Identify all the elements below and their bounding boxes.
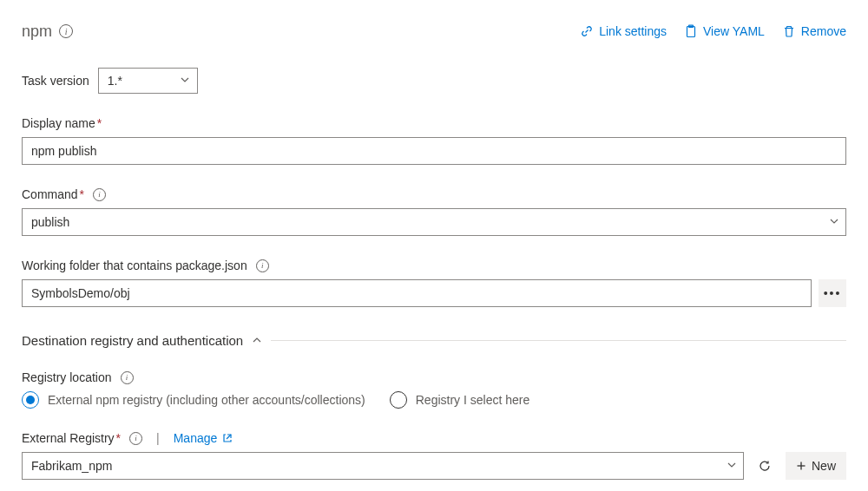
ellipsis-icon: ••• [824, 286, 842, 300]
link-icon [580, 24, 594, 38]
section-title: Destination registry and authentication [22, 333, 243, 348]
task-version-label: Task version [22, 74, 89, 88]
new-button[interactable]: New [786, 452, 846, 480]
plus-icon [796, 461, 806, 471]
info-icon[interactable]: i [121, 371, 134, 384]
task-version-value: 1.* [108, 74, 122, 88]
external-registry-label: External Registry* [22, 431, 121, 445]
chevron-up-icon [252, 333, 262, 348]
svg-rect-0 [687, 27, 695, 37]
remove-button[interactable]: Remove [782, 24, 846, 38]
refresh-button[interactable] [751, 452, 779, 480]
working-folder-label: Working folder that contains package.jso… [22, 259, 247, 272]
browse-button[interactable]: ••• [819, 279, 846, 307]
radio-external-label: External npm registry (including other a… [48, 393, 365, 407]
working-folder-input[interactable] [22, 279, 812, 307]
remove-label: Remove [801, 24, 846, 38]
chevron-down-icon [180, 74, 190, 88]
refresh-icon [758, 459, 772, 473]
radio-selected-icon [22, 391, 39, 409]
new-label: New [812, 459, 836, 473]
command-label: Command* [22, 187, 84, 201]
display-name-input[interactable] [22, 137, 846, 165]
page-title: npm [22, 23, 52, 41]
required-mark: * [97, 116, 102, 130]
manage-link[interactable]: Manage [174, 431, 233, 445]
open-external-icon [222, 433, 233, 443]
radio-select-here[interactable]: Registry I select here [390, 391, 530, 409]
link-settings-button[interactable]: Link settings [580, 24, 667, 38]
info-icon[interactable]: i [93, 188, 106, 201]
separator: | [156, 431, 160, 445]
command-select[interactable] [22, 208, 846, 236]
divider [271, 340, 846, 341]
view-yaml-label: View YAML [703, 24, 765, 38]
view-yaml-button[interactable]: View YAML [684, 24, 765, 38]
required-mark: * [116, 431, 121, 445]
info-icon[interactable]: i [256, 259, 269, 272]
section-destination-registry[interactable]: Destination registry and authentication [22, 333, 846, 348]
registry-location-label: Registry location [22, 370, 112, 384]
external-registry-select[interactable] [22, 452, 744, 480]
trash-icon [782, 24, 796, 38]
clipboard-icon [684, 24, 698, 38]
manage-label: Manage [174, 431, 218, 445]
radio-external-registry[interactable]: External npm registry (including other a… [22, 391, 365, 409]
radio-unselected-icon [390, 391, 407, 409]
link-settings-label: Link settings [599, 24, 667, 38]
display-name-label: Display name* [22, 116, 102, 130]
task-version-select[interactable]: 1.* [98, 68, 198, 94]
required-mark: * [80, 187, 84, 201]
radio-select-here-label: Registry I select here [416, 393, 530, 407]
info-icon[interactable]: i [59, 24, 73, 38]
info-icon[interactable]: i [129, 432, 142, 445]
